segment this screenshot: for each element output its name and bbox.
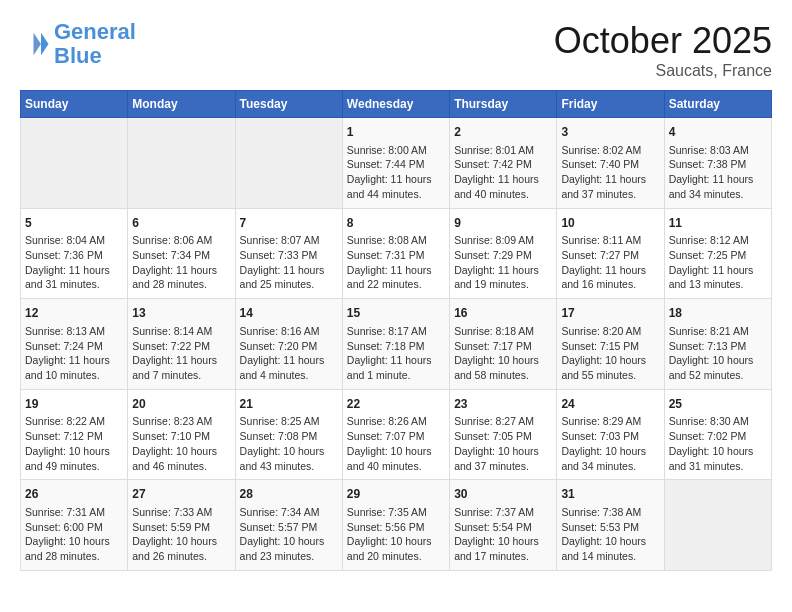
day-info: Sunrise: 8:00 AM Sunset: 7:44 PM Dayligh… [347, 143, 445, 202]
logo-text: General Blue [54, 20, 136, 68]
day-info: Sunrise: 8:26 AM Sunset: 7:07 PM Dayligh… [347, 414, 445, 473]
day-info: Sunrise: 7:34 AM Sunset: 5:57 PM Dayligh… [240, 505, 338, 564]
day-info: Sunrise: 8:02 AM Sunset: 7:40 PM Dayligh… [561, 143, 659, 202]
day-number: 16 [454, 305, 552, 322]
day-number: 30 [454, 486, 552, 503]
day-info: Sunrise: 8:14 AM Sunset: 7:22 PM Dayligh… [132, 324, 230, 383]
day-cell [235, 118, 342, 209]
day-cell: 15Sunrise: 8:17 AM Sunset: 7:18 PM Dayli… [342, 299, 449, 390]
week-row-2: 5Sunrise: 8:04 AM Sunset: 7:36 PM Daylig… [21, 208, 772, 299]
day-number: 25 [669, 396, 767, 413]
day-number: 6 [132, 215, 230, 232]
day-number: 5 [25, 215, 123, 232]
day-number: 12 [25, 305, 123, 322]
day-number: 17 [561, 305, 659, 322]
day-number: 31 [561, 486, 659, 503]
day-cell: 5Sunrise: 8:04 AM Sunset: 7:36 PM Daylig… [21, 208, 128, 299]
day-info: Sunrise: 8:29 AM Sunset: 7:03 PM Dayligh… [561, 414, 659, 473]
day-info: Sunrise: 7:37 AM Sunset: 5:54 PM Dayligh… [454, 505, 552, 564]
day-cell: 2Sunrise: 8:01 AM Sunset: 7:42 PM Daylig… [450, 118, 557, 209]
day-cell [128, 118, 235, 209]
day-info: Sunrise: 8:09 AM Sunset: 7:29 PM Dayligh… [454, 233, 552, 292]
day-header-wednesday: Wednesday [342, 91, 449, 118]
day-cell: 20Sunrise: 8:23 AM Sunset: 7:10 PM Dayli… [128, 389, 235, 480]
page-header: General Blue October 2025 Saucats, Franc… [20, 20, 772, 80]
day-info: Sunrise: 7:35 AM Sunset: 5:56 PM Dayligh… [347, 505, 445, 564]
day-cell: 29Sunrise: 7:35 AM Sunset: 5:56 PM Dayli… [342, 480, 449, 571]
day-header-monday: Monday [128, 91, 235, 118]
day-number: 28 [240, 486, 338, 503]
day-number: 14 [240, 305, 338, 322]
day-info: Sunrise: 8:03 AM Sunset: 7:38 PM Dayligh… [669, 143, 767, 202]
week-row-5: 26Sunrise: 7:31 AM Sunset: 6:00 PM Dayli… [21, 480, 772, 571]
day-cell: 23Sunrise: 8:27 AM Sunset: 7:05 PM Dayli… [450, 389, 557, 480]
day-number: 22 [347, 396, 445, 413]
day-info: Sunrise: 7:33 AM Sunset: 5:59 PM Dayligh… [132, 505, 230, 564]
day-cell: 1Sunrise: 8:00 AM Sunset: 7:44 PM Daylig… [342, 118, 449, 209]
day-cell: 11Sunrise: 8:12 AM Sunset: 7:25 PM Dayli… [664, 208, 771, 299]
day-cell: 19Sunrise: 8:22 AM Sunset: 7:12 PM Dayli… [21, 389, 128, 480]
day-number: 11 [669, 215, 767, 232]
day-info: Sunrise: 8:17 AM Sunset: 7:18 PM Dayligh… [347, 324, 445, 383]
day-cell: 27Sunrise: 7:33 AM Sunset: 5:59 PM Dayli… [128, 480, 235, 571]
day-header-thursday: Thursday [450, 91, 557, 118]
day-number: 7 [240, 215, 338, 232]
day-header-saturday: Saturday [664, 91, 771, 118]
day-number: 26 [25, 486, 123, 503]
day-number: 29 [347, 486, 445, 503]
day-info: Sunrise: 8:13 AM Sunset: 7:24 PM Dayligh… [25, 324, 123, 383]
month-title: October 2025 Saucats, France [554, 20, 772, 80]
svg-marker-1 [34, 33, 42, 56]
day-cell: 3Sunrise: 8:02 AM Sunset: 7:40 PM Daylig… [557, 118, 664, 209]
day-info: Sunrise: 8:25 AM Sunset: 7:08 PM Dayligh… [240, 414, 338, 473]
logo-icon [20, 29, 50, 59]
day-number: 2 [454, 124, 552, 141]
day-cell: 26Sunrise: 7:31 AM Sunset: 6:00 PM Dayli… [21, 480, 128, 571]
logo: General Blue [20, 20, 136, 68]
day-info: Sunrise: 8:08 AM Sunset: 7:31 PM Dayligh… [347, 233, 445, 292]
day-info: Sunrise: 8:27 AM Sunset: 7:05 PM Dayligh… [454, 414, 552, 473]
day-number: 9 [454, 215, 552, 232]
day-number: 21 [240, 396, 338, 413]
day-cell: 30Sunrise: 7:37 AM Sunset: 5:54 PM Dayli… [450, 480, 557, 571]
day-number: 20 [132, 396, 230, 413]
day-number: 10 [561, 215, 659, 232]
calendar-table: SundayMondayTuesdayWednesdayThursdayFrid… [20, 90, 772, 571]
day-number: 19 [25, 396, 123, 413]
day-header-friday: Friday [557, 91, 664, 118]
day-cell: 21Sunrise: 8:25 AM Sunset: 7:08 PM Dayli… [235, 389, 342, 480]
day-number: 15 [347, 305, 445, 322]
day-info: Sunrise: 8:11 AM Sunset: 7:27 PM Dayligh… [561, 233, 659, 292]
day-info: Sunrise: 7:38 AM Sunset: 5:53 PM Dayligh… [561, 505, 659, 564]
day-number: 8 [347, 215, 445, 232]
svg-marker-0 [41, 33, 49, 56]
day-cell: 28Sunrise: 7:34 AM Sunset: 5:57 PM Dayli… [235, 480, 342, 571]
day-info: Sunrise: 8:20 AM Sunset: 7:15 PM Dayligh… [561, 324, 659, 383]
day-cell: 18Sunrise: 8:21 AM Sunset: 7:13 PM Dayli… [664, 299, 771, 390]
day-info: Sunrise: 8:12 AM Sunset: 7:25 PM Dayligh… [669, 233, 767, 292]
day-info: Sunrise: 8:22 AM Sunset: 7:12 PM Dayligh… [25, 414, 123, 473]
day-info: Sunrise: 8:04 AM Sunset: 7:36 PM Dayligh… [25, 233, 123, 292]
day-info: Sunrise: 8:30 AM Sunset: 7:02 PM Dayligh… [669, 414, 767, 473]
day-number: 1 [347, 124, 445, 141]
day-cell: 4Sunrise: 8:03 AM Sunset: 7:38 PM Daylig… [664, 118, 771, 209]
day-number: 4 [669, 124, 767, 141]
day-info: Sunrise: 8:18 AM Sunset: 7:17 PM Dayligh… [454, 324, 552, 383]
day-number: 18 [669, 305, 767, 322]
day-info: Sunrise: 8:16 AM Sunset: 7:20 PM Dayligh… [240, 324, 338, 383]
day-info: Sunrise: 7:31 AM Sunset: 6:00 PM Dayligh… [25, 505, 123, 564]
day-cell: 10Sunrise: 8:11 AM Sunset: 7:27 PM Dayli… [557, 208, 664, 299]
day-header-sunday: Sunday [21, 91, 128, 118]
day-info: Sunrise: 8:01 AM Sunset: 7:42 PM Dayligh… [454, 143, 552, 202]
day-number: 27 [132, 486, 230, 503]
day-cell: 14Sunrise: 8:16 AM Sunset: 7:20 PM Dayli… [235, 299, 342, 390]
day-number: 3 [561, 124, 659, 141]
day-cell: 13Sunrise: 8:14 AM Sunset: 7:22 PM Dayli… [128, 299, 235, 390]
day-cell [664, 480, 771, 571]
day-cell: 8Sunrise: 8:08 AM Sunset: 7:31 PM Daylig… [342, 208, 449, 299]
day-number: 13 [132, 305, 230, 322]
day-cell: 31Sunrise: 7:38 AM Sunset: 5:53 PM Dayli… [557, 480, 664, 571]
day-cell: 7Sunrise: 8:07 AM Sunset: 7:33 PM Daylig… [235, 208, 342, 299]
day-cell [21, 118, 128, 209]
day-cell: 12Sunrise: 8:13 AM Sunset: 7:24 PM Dayli… [21, 299, 128, 390]
